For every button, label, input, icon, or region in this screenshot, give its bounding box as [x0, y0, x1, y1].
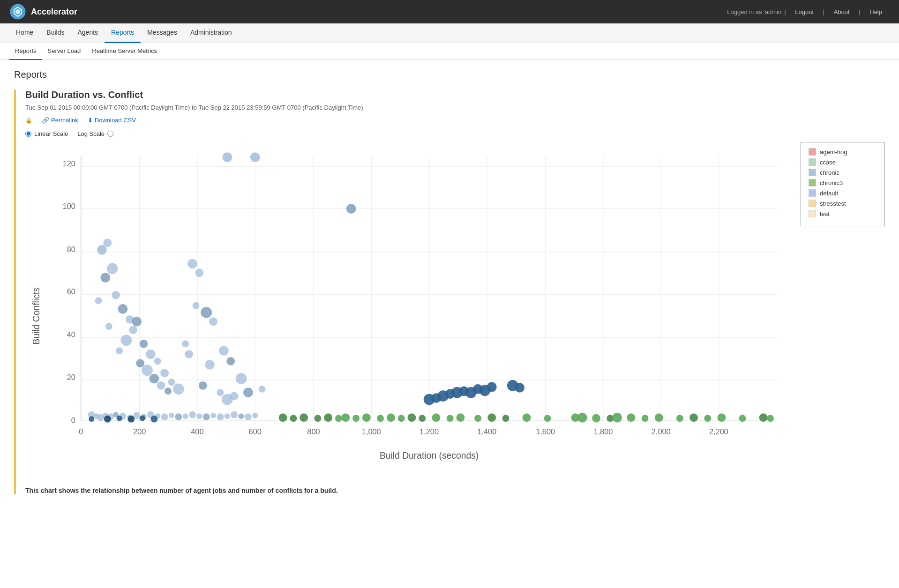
- svg-text:1,200: 1,200: [420, 427, 439, 436]
- svg-point-129: [704, 415, 711, 422]
- svg-point-2: [15, 9, 20, 14]
- svg-point-52: [105, 323, 112, 330]
- svg-point-110: [387, 413, 395, 422]
- svg-point-101: [290, 415, 297, 422]
- svg-point-133: [767, 415, 774, 422]
- chart-legend: agent-hog ccase chronic chronic3 default: [801, 142, 885, 226]
- logout-link[interactable]: Logout: [787, 8, 821, 15]
- nav-agents[interactable]: Agents: [71, 23, 105, 43]
- log-scale-radio[interactable]: [107, 131, 113, 137]
- svg-point-132: [759, 413, 768, 422]
- linear-scale-radio[interactable]: [25, 131, 31, 137]
- subnav-server-load[interactable]: Server Load: [42, 43, 87, 60]
- nav-builds[interactable]: Builds: [40, 23, 71, 43]
- svg-point-120: [523, 413, 531, 422]
- legend-color-default: [809, 189, 816, 197]
- nav-administration[interactable]: Administration: [184, 23, 239, 43]
- svg-point-63: [149, 374, 159, 384]
- svg-point-62: [160, 369, 169, 377]
- svg-point-75: [236, 373, 247, 384]
- svg-text:80: 80: [67, 245, 75, 253]
- svg-point-73: [219, 346, 229, 356]
- legend-item-test: test: [809, 210, 877, 217]
- download-icon: ⬇: [88, 117, 93, 124]
- svg-point-78: [199, 381, 207, 390]
- svg-point-64: [168, 379, 175, 386]
- legend-item-default: default: [809, 189, 877, 197]
- svg-point-68: [187, 259, 197, 269]
- download-csv-link[interactable]: ⬇ Download CSV: [88, 117, 136, 124]
- nav-home[interactable]: Home: [9, 23, 40, 43]
- svg-point-108: [362, 413, 371, 422]
- svg-point-151: [175, 413, 182, 420]
- svg-text:0: 0: [79, 427, 83, 436]
- svg-point-48: [112, 291, 120, 299]
- svg-point-124: [627, 413, 635, 422]
- y-axis-label: Build Conflicts: [31, 287, 41, 344]
- svg-text:400: 400: [191, 427, 203, 436]
- svg-text:200: 200: [133, 427, 146, 436]
- svg-point-159: [231, 411, 238, 418]
- legend-color-ccase: [809, 158, 816, 166]
- legend-label-ccase: ccase: [820, 159, 836, 166]
- linear-scale-label: Linear Scale: [34, 130, 68, 137]
- svg-point-125: [642, 415, 649, 422]
- svg-point-86: [250, 152, 260, 162]
- svg-point-65: [157, 381, 165, 390]
- svg-point-121: [544, 415, 551, 422]
- logo-icon: [9, 3, 26, 20]
- svg-point-111: [398, 415, 405, 422]
- nav-messages[interactable]: Messages: [141, 23, 184, 43]
- header-right: Logged in as 'admin' | Logout | About | …: [727, 8, 890, 15]
- svg-point-150: [169, 413, 174, 418]
- svg-point-152: [183, 413, 188, 419]
- svg-text:60: 60: [67, 287, 75, 296]
- svg-text:120: 120: [63, 159, 75, 168]
- svg-point-128: [689, 413, 698, 422]
- legend-color-test: [809, 210, 816, 217]
- chart-description: This chart shows the relationship betwee…: [25, 487, 885, 494]
- svg-point-77: [205, 360, 215, 370]
- logo-text: Accelerator: [31, 7, 77, 17]
- svg-text:1,400: 1,400: [477, 427, 496, 436]
- subnav-reports[interactable]: Reports: [9, 43, 42, 60]
- svg-point-112: [408, 413, 416, 422]
- about-link[interactable]: About: [826, 8, 857, 15]
- legend-color-chronic3: [809, 179, 816, 186]
- scale-options: Linear Scale Log Scale: [25, 130, 885, 137]
- svg-point-117: [474, 415, 481, 422]
- svg-point-114: [432, 413, 441, 422]
- svg-point-109: [377, 415, 384, 422]
- svg-point-72: [193, 302, 200, 309]
- svg-point-130: [718, 413, 726, 422]
- link-icon: 🔗: [42, 117, 49, 124]
- svg-point-163: [89, 416, 94, 422]
- svg-point-102: [300, 413, 308, 422]
- chart-title: Build Duration vs. Conflict: [25, 89, 885, 100]
- main-content: Reports Build Duration vs. Conflict Tue …: [0, 60, 899, 508]
- logo: Accelerator: [9, 3, 77, 20]
- nav-reports[interactable]: Reports: [105, 23, 141, 43]
- help-link[interactable]: Help: [862, 8, 890, 15]
- svg-point-131: [739, 415, 746, 422]
- svg-point-49: [95, 297, 102, 304]
- header: Accelerator Logged in as 'admin' | Logou…: [0, 0, 899, 23]
- svg-point-116: [456, 413, 464, 422]
- legend-color-agent-hog: [809, 148, 816, 156]
- scatter-chart: Build Conflicts 0 20 40 60 80 100 120: [25, 142, 791, 477]
- svg-point-100: [279, 413, 287, 422]
- linear-scale-option: Linear Scale: [25, 130, 68, 137]
- svg-point-56: [140, 340, 148, 348]
- svg-point-157: [217, 413, 224, 420]
- legend-label-agent-hog: agent-hog: [820, 149, 847, 156]
- svg-point-165: [117, 416, 122, 421]
- svg-text:1,600: 1,600: [536, 427, 555, 436]
- svg-point-57: [116, 347, 123, 354]
- svg-point-106: [341, 413, 350, 422]
- permalink-link[interactable]: 🔗 Permalink: [42, 117, 78, 124]
- legend-label-default: default: [820, 190, 838, 197]
- svg-point-153: [189, 411, 196, 418]
- legend-label-stresstest: stresstest: [820, 200, 846, 207]
- svg-text:100: 100: [63, 202, 75, 210]
- subnav-realtime[interactable]: Realtime Server Metrics: [86, 43, 163, 60]
